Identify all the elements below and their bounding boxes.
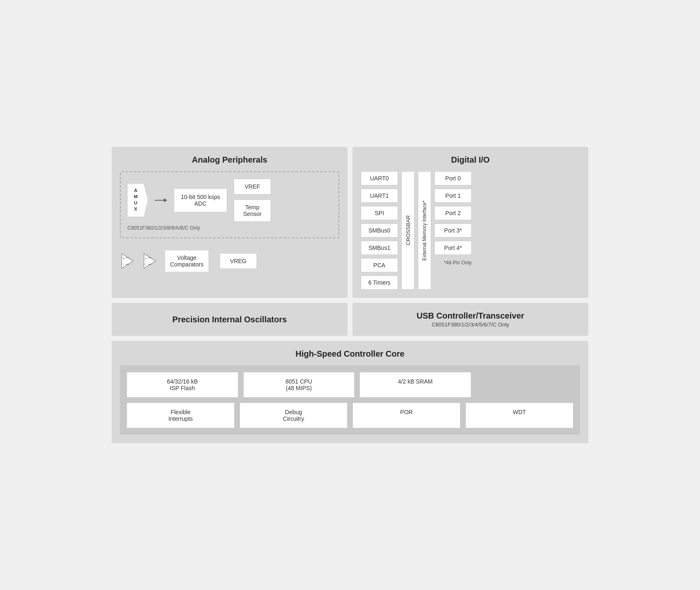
wdt-box: WDT [465, 403, 573, 428]
amux-shape: A M U X [127, 184, 148, 217]
port1-box: Port 1 [434, 189, 472, 203]
por-box: POR [352, 403, 460, 428]
middle-row: Precision Internal Oscillators USB Contr… [112, 303, 588, 336]
temp-sensor-label: Temp Sensor [243, 204, 261, 217]
usb-title: USB Controller/Transceiver [361, 311, 580, 321]
pin-note: *48-Pin Only [434, 260, 472, 266]
amux-arrow [155, 196, 167, 204]
svg-marker-12 [144, 254, 156, 269]
adc-box: 10-bit 500 ksps ADC [174, 188, 227, 212]
svg-text:+: + [122, 257, 125, 261]
uart-col: UART0 UART1 SPI SMBus0 SMBus1 PCA 6 Time… [361, 171, 398, 290]
voltage-comparators-box: Voltage Comparators [165, 250, 209, 272]
interrupts-label: Flexible Interrupts [168, 409, 193, 422]
voltage-comparators-label: Voltage Comparators [170, 254, 204, 268]
vref-box: VREF [234, 179, 271, 194]
core-row1-spacer [476, 372, 574, 398]
core-inner: 64/32/16 kB ISP Flash 8051 CPU (48 MIPS)… [120, 365, 580, 435]
svg-marker-7 [122, 254, 133, 269]
spi-box: SPI [361, 206, 398, 220]
analog-inner-note: C8051F380/1/2/3/8/9/A/B/C Only [127, 225, 332, 231]
core-section: High-Speed Controller Core 64/32/16 kB I… [112, 341, 588, 443]
vreg-box: VREG [220, 253, 257, 269]
port0-box: Port 0 [434, 171, 472, 185]
core-row-wrapper: High-Speed Controller Core 64/32/16 kB I… [112, 341, 588, 443]
smbus1-box: SMBus1 [361, 241, 398, 255]
interrupts-box: Flexible Interrupts [127, 403, 235, 428]
usb-section: USB Controller/Transceiver C8051F380/1/2… [352, 303, 588, 336]
core-row-1: 64/32/16 kB ISP Flash 8051 CPU (48 MIPS)… [127, 372, 573, 398]
oscillator-title: Precision Internal Oscillators [120, 315, 339, 324]
port4-box: Port 4* [434, 241, 472, 255]
ports-col: Port 0 Port 1 Port 2 Port 3* Port 4* *48… [434, 171, 472, 290]
svg-marker-6 [164, 198, 167, 202]
svg-text:−: − [145, 262, 147, 266]
cpu-box: 8051 CPU (48 MIPS) [243, 372, 355, 398]
sram-box: 4/2 kB SRAM [360, 372, 471, 398]
smbus0-box: SMBus0 [361, 223, 398, 237]
comparators-row: + − + − [120, 247, 339, 276]
usb-subtitle: C8051F380/1/2/3/4/5/6/7/C Only [361, 321, 580, 328]
port-col-inner: Port 0 Port 1 Port 2 Port 3* Port 4* [434, 171, 472, 255]
crossbar-label: CROSSBAR [401, 171, 415, 290]
analog-section: Analog Peripherals A M U X [112, 147, 348, 298]
svg-marker-0 [127, 184, 148, 217]
svg-text:−: − [122, 262, 125, 266]
port2-box: Port 2 [434, 206, 472, 220]
adc-label: 10-bit 500 ksps ADC [181, 194, 220, 207]
analog-inner-content: A M U X 10-bit 500 ksps ADC [127, 179, 332, 222]
digital-section: Digital I/O UART0 UART1 SPI SMBus0 SMBus… [352, 147, 588, 298]
port3-box: Port 3* [434, 223, 472, 237]
uart1-box: UART1 [361, 189, 398, 203]
ext-memory-label: External Memory Interface* [418, 171, 431, 290]
svg-text:+: + [145, 257, 147, 261]
svg-text:A: A [134, 188, 137, 193]
svg-text:M: M [134, 194, 137, 199]
svg-text:X: X [134, 206, 137, 211]
oscillator-section: Precision Internal Oscillators [112, 303, 348, 336]
debug-label: Debug Circuitry [283, 409, 304, 422]
comparator2-symbol: + − [142, 252, 161, 270]
core-row-2: Flexible Interrupts Debug Circuitry POR … [127, 403, 573, 428]
diagram-wrapper: Analog Peripherals A M U X [102, 137, 598, 453]
uart0-box: UART0 [361, 171, 398, 185]
flash-label: 64/32/16 kB ISP Flash [167, 378, 198, 391]
cpu-label: 8051 CPU (48 MIPS) [285, 378, 312, 391]
timers-box: 6 Timers [361, 276, 398, 290]
temp-sensor-box: Temp Sensor [234, 199, 271, 222]
svg-text:U: U [134, 200, 137, 205]
digital-inner: UART0 UART1 SPI SMBus0 SMBus1 PCA 6 Time… [361, 171, 580, 290]
debug-box: Debug Circuitry [240, 403, 348, 428]
digital-title: Digital I/O [361, 155, 580, 165]
flash-box: 64/32/16 kB ISP Flash [127, 372, 238, 398]
vref-temp-col: VREF Temp Sensor [234, 179, 271, 222]
top-row: Analog Peripherals A M U X [112, 147, 588, 298]
core-title: High-Speed Controller Core [120, 349, 580, 359]
analog-inner-box: A M U X 10-bit 500 ksps ADC [120, 171, 339, 238]
analog-title: Analog Peripherals [120, 155, 339, 165]
comparator1-symbol: + − [120, 252, 138, 270]
pca-box: PCA [361, 258, 398, 272]
